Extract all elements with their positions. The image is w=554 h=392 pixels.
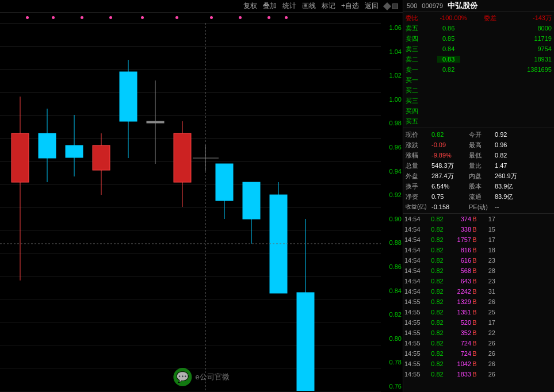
right-panel: 500 000979 中弘股份 委比 -100.00% 委差 -143万 卖五 … <box>403 0 554 392</box>
trade-list: 14:54 0.82 374 B 17 14:54 0.82 338 B 15 … <box>403 213 554 392</box>
stats-row-zhangfu: 涨幅 -9.89% 最低 0.82 <box>406 150 552 160</box>
buy5-label: 买五 <box>406 117 423 126</box>
trade-num: 26 <box>478 350 495 357</box>
trade-vol: 1757 <box>448 236 471 243</box>
toolbar-huaxian[interactable]: 画线 <box>302 1 316 11</box>
trade-price: 0.82 <box>426 371 448 378</box>
trade-dir: B <box>471 267 478 274</box>
price-0.98: 0.98 <box>381 120 403 126</box>
sell5-vol: 8000 <box>511 25 552 32</box>
trade-row-5: 14:54 0.82 616 B 23 <box>404 255 553 266</box>
stat-zuidi-value: 0.82 <box>495 152 532 159</box>
stat-huanshou-value: 6.54% <box>431 183 469 190</box>
trade-time: 14:55 <box>404 309 426 316</box>
sell1-label: 卖一 <box>406 66 423 74</box>
trade-vol: 724 <box>448 340 471 347</box>
trade-num: 31 <box>478 288 495 295</box>
toolbar-zixuan[interactable]: +自选 <box>341 1 359 11</box>
stat-liangbi-label: 量比 <box>469 162 495 170</box>
trade-row-14: 14:55 0.82 724 B 26 <box>404 348 553 359</box>
main-container: 复权 叠加 统计 画线 标记 +自选 返回 <box>0 0 554 392</box>
stat-neipan-label: 内盘 <box>469 172 495 180</box>
trade-time: 14:55 <box>404 298 426 305</box>
trade-row-2: 14:54 0.82 338 B 15 <box>404 224 553 235</box>
dot <box>239 16 242 19</box>
price-1.06: 1.06 <box>381 24 403 31</box>
trade-price: 0.82 <box>426 298 448 305</box>
dot <box>109 16 112 19</box>
dots-row <box>0 13 403 23</box>
sell1-vol: 1381695 <box>511 66 552 73</box>
watermark-text: e公司官微 <box>195 372 229 382</box>
trade-num: 26 <box>478 298 495 305</box>
price-0.78: 0.78 <box>381 359 403 366</box>
trade-row-6: 14:54 0.82 568 B 28 <box>404 266 553 276</box>
stat-zuigao-label: 最高 <box>469 141 495 149</box>
trade-row-8: 14:54 0.82 2242 B 31 <box>404 286 553 297</box>
stat-pe-value: -- <box>495 203 532 210</box>
sell5-price: 0.86 <box>437 25 460 32</box>
trade-num: 22 <box>478 329 495 336</box>
trade-price: 0.82 <box>426 236 448 243</box>
trade-time: 14:55 <box>404 329 426 336</box>
price-1.04: 1.04 <box>381 48 403 55</box>
toolbar-fanhui[interactable]: 返回 <box>365 1 379 11</box>
trade-price: 0.82 <box>426 267 448 274</box>
grid-line <box>0 391 381 391</box>
stat-zuigao-value: 0.96 <box>495 141 532 148</box>
trade-row-11: 14:55 0.82 520 B 17 <box>404 317 553 328</box>
stat-zhangdie-label: 涨跌 <box>406 141 431 149</box>
candle-chart[interactable]: 1.06 1.04 1.02 1.00 0.98 0.96 0.94 0.92 … <box>0 23 403 391</box>
trade-time: 14:54 <box>404 226 426 233</box>
trade-row-16: 14:55 0.82 1833 B 26 <box>404 369 553 379</box>
trade-num: 15 <box>478 226 495 233</box>
svg-rect-15 <box>174 133 191 182</box>
trade-dir: B <box>471 247 478 253</box>
diamond-icon <box>383 2 391 10</box>
chart-area: 复权 叠加 统计 画线 标记 +自选 返回 <box>0 0 403 392</box>
price-0.94: 0.94 <box>381 168 403 175</box>
trade-price: 0.82 <box>426 329 448 336</box>
stats-row-xianjia: 现价 0.82 今开 0.92 <box>406 129 552 140</box>
square-icon <box>392 3 398 9</box>
trade-num: 26 <box>478 360 495 367</box>
trade-vol: 2242 <box>448 288 471 295</box>
trade-price: 0.82 <box>426 319 448 326</box>
stat-neipan-value: 260.9万 <box>495 172 532 180</box>
trade-price: 0.82 <box>426 288 448 295</box>
trade-num: 23 <box>478 257 495 264</box>
stock-code-500: 500 <box>407 2 417 9</box>
wechat-icon: 💬 <box>173 368 192 386</box>
trade-time: 14:54 <box>404 278 426 285</box>
trade-dir: B <box>471 350 478 357</box>
sell5-label: 卖五 <box>406 24 423 33</box>
stats-row-zhangdie: 涨跌 -0.09 最高 0.96 <box>406 140 552 150</box>
trade-price: 0.82 <box>426 226 448 233</box>
trade-vol: 643 <box>448 278 471 285</box>
trade-row-7: 14:54 0.82 643 B 23 <box>404 276 553 286</box>
svg-rect-11 <box>147 121 164 123</box>
stat-shouyi-value: -0.158 <box>431 203 469 210</box>
buy4-label: 买四 <box>406 107 423 116</box>
trade-price: 0.82 <box>426 360 448 367</box>
trade-row-3: 14:54 0.82 1757 B 17 <box>404 235 553 245</box>
stat-zhangfu-value: -9.89% <box>431 152 469 159</box>
trade-dir: B <box>471 288 478 295</box>
dot <box>26 16 29 19</box>
dot <box>52 16 55 19</box>
dot <box>210 16 213 19</box>
toolbar-fuquan[interactable]: 复权 <box>243 1 257 11</box>
trade-row-4: 14:54 0.82 816 B 18 <box>404 245 553 255</box>
toolbar-tongji[interactable]: 统计 <box>282 1 296 11</box>
trade-time: 14:55 <box>404 371 426 378</box>
sell2-label: 卖二 <box>406 55 423 64</box>
sell2-vol: 18931 <box>511 56 552 63</box>
trade-vol: 374 <box>448 216 471 222</box>
dot <box>285 16 288 19</box>
watermark: 💬 e公司官微 <box>173 368 229 386</box>
toolbar-biaoji[interactable]: 标记 <box>322 1 335 11</box>
stat-zongliang-label: 总量 <box>406 162 431 170</box>
toolbar-diejia[interactable]: 叠加 <box>263 1 277 11</box>
trade-vol: 724 <box>448 350 471 357</box>
stat-jinkai-value: 0.92 <box>495 131 532 138</box>
